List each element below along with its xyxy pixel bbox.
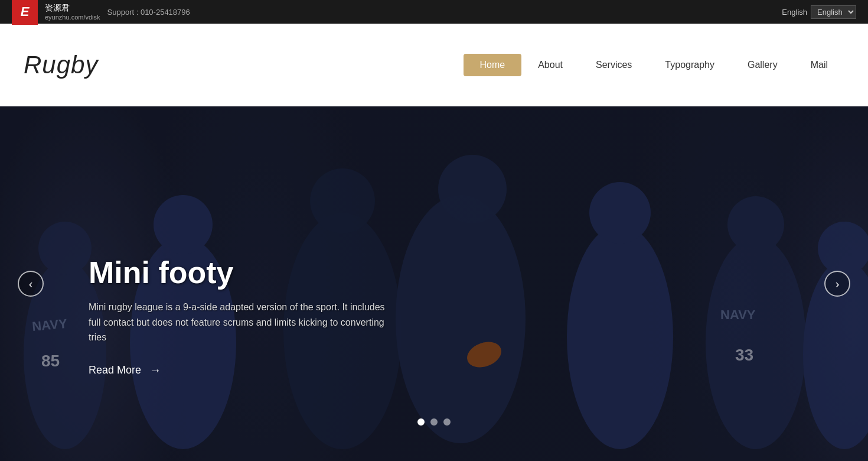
svg-point-5	[310, 168, 375, 233]
nav-about[interactable]: About	[521, 54, 579, 76]
top-bar: E 资源君 eyunzhu.com/vdisk Support : 010-25…	[0, 0, 868, 24]
slider-dot-2[interactable]	[430, 418, 438, 426]
svg-point-9	[567, 225, 673, 449]
slider-next-button[interactable]: ›	[824, 271, 850, 297]
logo-cn: 资源君	[45, 2, 100, 13]
arrow-right-icon: →	[147, 362, 164, 378]
svg-point-10	[589, 182, 651, 244]
nav-home[interactable]: Home	[464, 54, 522, 76]
svg-text:33: 33	[735, 346, 753, 364]
nav-gallery[interactable]: Gallery	[731, 54, 794, 76]
language-dropdown[interactable]: English 中文	[811, 5, 856, 19]
svg-text:NAVY: NAVY	[720, 307, 756, 322]
svg-point-11	[706, 236, 806, 449]
nav-services[interactable]: Services	[579, 54, 648, 76]
logo-icon: E	[12, 0, 38, 25]
nav-mail[interactable]: Mail	[794, 54, 844, 76]
svg-text:85: 85	[41, 352, 60, 370]
slider-dots	[417, 418, 451, 426]
svg-point-14	[818, 222, 868, 275]
support-text: Support : 010-25418796	[107, 8, 190, 17]
site-title: Rugby	[24, 51, 98, 79]
hero-content: Mini footy Mini rugby league is a 9-a-si…	[89, 255, 396, 378]
svg-point-6	[396, 195, 526, 443]
logo-text: 资源君 eyunzhu.com/vdisk	[45, 2, 100, 21]
header: Rugby Home About Services Typography Gal…	[0, 24, 868, 106]
logo-url: eyunzhu.com/vdisk	[45, 13, 100, 21]
language-selector[interactable]: English English 中文	[782, 5, 856, 19]
hero-slider: 85 33 NAVY NAVY Mini footy Mini rugby le…	[0, 106, 868, 461]
svg-point-12	[727, 196, 784, 253]
language-label: English	[782, 8, 807, 17]
svg-point-1	[38, 222, 92, 275]
main-nav: Home About Services Typography Gallery M…	[464, 54, 845, 76]
hero-description: Mini rugby league is a 9-a-side adapted …	[89, 300, 396, 345]
read-more-button[interactable]: Read More →	[89, 362, 164, 378]
nav-typography[interactable]: Typography	[648, 54, 731, 76]
slider-dot-1[interactable]	[417, 418, 425, 426]
slider-dot-3[interactable]	[443, 418, 451, 426]
hero-title: Mini footy	[89, 255, 396, 290]
svg-point-7	[438, 155, 507, 223]
svg-point-3	[154, 195, 213, 254]
slider-prev-button[interactable]: ‹	[18, 271, 44, 297]
read-more-label: Read More	[89, 364, 141, 376]
svg-text:NAVY: NAVY	[31, 316, 68, 334]
top-bar-left: E 资源君 eyunzhu.com/vdisk Support : 010-25…	[12, 0, 190, 25]
